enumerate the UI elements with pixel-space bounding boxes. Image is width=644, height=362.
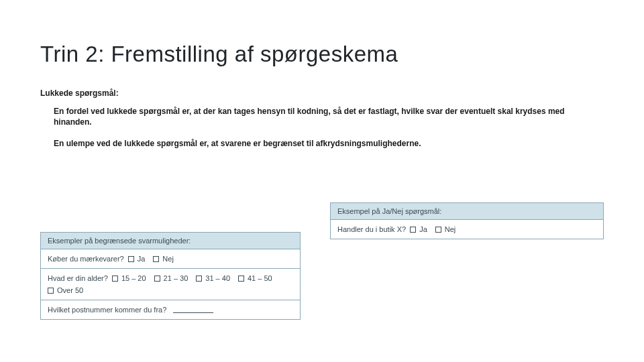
option-ja: Ja: [410, 225, 427, 233]
option-label: 41 – 50: [248, 274, 272, 282]
yes-no-header: Eksempel på Ja/Nej spørgsmål:: [331, 203, 603, 220]
examples-row: Eksempler på begrænsede svarmuligheder: …: [40, 202, 604, 320]
option-over-50: Over 50: [48, 286, 83, 294]
option-21-30: 21 – 30: [154, 274, 189, 282]
option-31-40: 31 – 40: [196, 274, 230, 282]
slide-title: Trin 2: Fremstilling af spørgeskema: [40, 42, 604, 67]
question-text: Køber du mærkevarer?: [48, 255, 124, 263]
checkbox-icon: [154, 276, 160, 282]
option-41-50: 41 – 50: [238, 274, 272, 282]
checkbox-icon: [410, 227, 416, 233]
checkbox-icon: [196, 276, 202, 282]
question-text: Hvad er din alder?: [48, 274, 108, 282]
advantage-paragraph: En fordel ved lukkede spørgsmål er, at d…: [54, 106, 604, 127]
option-label: Ja: [138, 255, 146, 263]
option-label: Nej: [445, 225, 456, 233]
question-text: Hvilket postnummer kommer du fra?: [48, 306, 166, 314]
disadvantage-paragraph: En ulempe ved de lukkede spørgsmål er, a…: [54, 138, 604, 149]
section-label: Lukkede spørgsmål:: [40, 88, 604, 98]
yes-no-row: Handler du i butik X? Ja Nej: [331, 220, 603, 239]
option-label: Ja: [419, 225, 427, 233]
limited-row-2: Hvad er din alder? 15 – 20 21 – 30 31 – …: [41, 269, 300, 300]
yes-no-box: Eksempel på Ja/Nej spørgsmål: Handler du…: [330, 202, 604, 239]
checkbox-icon: [48, 288, 54, 294]
option-ja: Ja: [128, 255, 146, 263]
limited-row-3: Hvilket postnummer kommer du fra?: [41, 300, 300, 319]
checkbox-icon: [128, 256, 134, 262]
limited-row-1: Køber du mærkevarer? Ja Nej: [41, 249, 300, 269]
question-text: Handler du i butik X?: [337, 225, 406, 233]
option-label: 21 – 30: [164, 274, 189, 282]
limited-answers-box: Eksempler på begrænsede svarmuligheder: …: [40, 232, 301, 320]
checkbox-icon: [112, 276, 118, 282]
blank-line-icon: [173, 306, 213, 313]
slide: Trin 2: Fremstilling af spørgeskema Lukk…: [0, 0, 644, 362]
option-nej: Nej: [435, 225, 456, 233]
option-label: Nej: [162, 255, 174, 263]
checkbox-icon: [238, 276, 244, 282]
option-15-20: 15 – 20: [112, 274, 146, 282]
option-label: 15 – 20: [121, 274, 146, 282]
option-nej: Nej: [153, 255, 174, 263]
option-label: Over 50: [57, 286, 83, 294]
checkbox-icon: [435, 227, 441, 233]
option-label: 31 – 40: [205, 274, 230, 282]
checkbox-icon: [153, 256, 159, 262]
limited-answers-header: Eksempler på begrænsede svarmuligheder:: [41, 233, 300, 249]
